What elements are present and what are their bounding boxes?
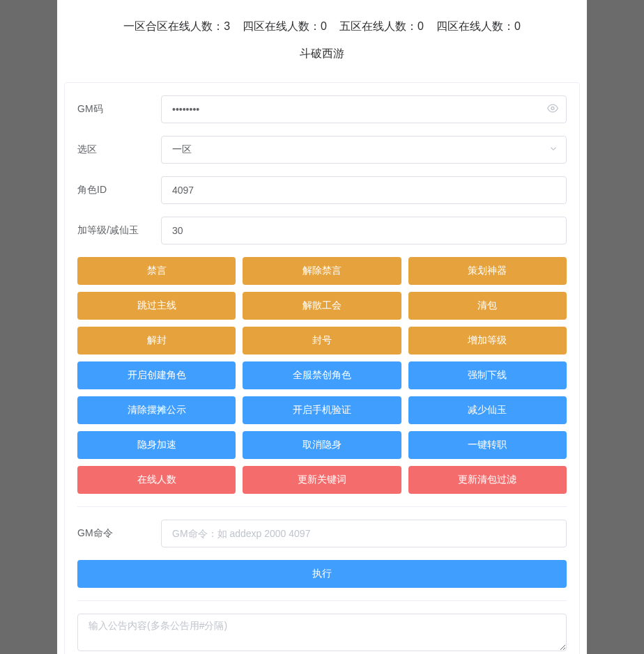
gm-cmd-label: GM命令 <box>77 527 161 540</box>
page-title: 斗破西游 <box>71 47 573 61</box>
stat-item: 一区合区在线人数：3 <box>123 20 230 34</box>
gm-code-label: GM码 <box>77 103 161 116</box>
force-offline-button[interactable]: 强制下线 <box>408 361 567 389</box>
level-label: 加等级/减仙玉 <box>77 224 161 237</box>
update-keywords-button[interactable]: 更新关键词 <box>243 466 401 494</box>
clear-stall-notice-button[interactable]: 清除摆摊公示 <box>77 396 236 424</box>
mute-button[interactable]: 禁言 <box>77 257 236 285</box>
announce-textarea[interactable] <box>77 614 567 651</box>
role-id-row: 角色ID <box>77 176 567 204</box>
level-input[interactable] <box>161 217 567 244</box>
zone-label: 选区 <box>77 143 161 156</box>
gm-code-input[interactable] <box>161 95 567 123</box>
stealth-speed-button[interactable]: 隐身加速 <box>77 431 236 459</box>
cancel-stealth-button[interactable]: 取消隐身 <box>243 431 401 459</box>
divider <box>77 600 567 601</box>
stat-item: 四区在线人数：0 <box>436 20 521 34</box>
enable-create-role-button[interactable]: 开启创建角色 <box>77 361 236 389</box>
unban-button[interactable]: 解封 <box>77 327 236 355</box>
svg-point-0 <box>551 107 554 110</box>
main-panel: GM码 选区 角色ID 加等级/减仙玉 <box>64 82 580 654</box>
online-count-button[interactable]: 在线人数 <box>77 466 236 494</box>
gm-cmd-row: GM命令 <box>77 520 567 547</box>
header: 一区合区在线人数：3 四区在线人数：0 五区在线人数：0 四区在线人数：0 斗破… <box>57 0 587 82</box>
reduce-jade-button[interactable]: 减少仙玉 <box>408 396 567 424</box>
gm-code-row: GM码 <box>77 95 567 123</box>
role-id-input[interactable] <box>161 176 567 204</box>
add-level-button[interactable]: 增加等级 <box>408 327 567 355</box>
unmute-button[interactable]: 解除禁言 <box>243 257 401 285</box>
gm-cmd-input[interactable] <box>161 520 567 547</box>
stat-item: 四区在线人数：0 <box>243 20 327 34</box>
page-container: 一区合区在线人数：3 四区在线人数：0 五区在线人数：0 四区在线人数：0 斗破… <box>57 0 587 654</box>
enable-phone-verify-button[interactable]: 开启手机验证 <box>243 396 401 424</box>
button-grid: 禁言 解除禁言 策划神器 跳过主线 解散工会 清包 解封 封号 增加等级 开启创… <box>77 257 567 494</box>
skip-mainline-button[interactable]: 跳过主线 <box>77 292 236 320</box>
zone-row: 选区 <box>77 136 567 164</box>
online-stats: 一区合区在线人数：3 四区在线人数：0 五区在线人数：0 四区在线人数：0 <box>71 20 573 34</box>
stat-item: 五区在线人数：0 <box>339 20 424 34</box>
zone-select[interactable] <box>161 136 567 164</box>
role-id-label: 角色ID <box>77 184 161 196</box>
planner-weapon-button[interactable]: 策划神器 <box>408 257 567 285</box>
execute-button[interactable]: 执行 <box>77 560 567 588</box>
disband-guild-button[interactable]: 解散工会 <box>243 292 401 320</box>
update-clearbag-filter-button[interactable]: 更新清包过滤 <box>408 466 567 494</box>
level-row: 加等级/减仙玉 <box>77 217 567 244</box>
one-click-job-change-button[interactable]: 一键转职 <box>408 431 567 459</box>
clear-bag-button[interactable]: 清包 <box>408 292 567 320</box>
eye-icon[interactable] <box>547 103 558 116</box>
global-disable-create-button[interactable]: 全服禁创角色 <box>243 361 401 389</box>
ban-button[interactable]: 封号 <box>243 327 401 355</box>
divider <box>77 506 567 507</box>
